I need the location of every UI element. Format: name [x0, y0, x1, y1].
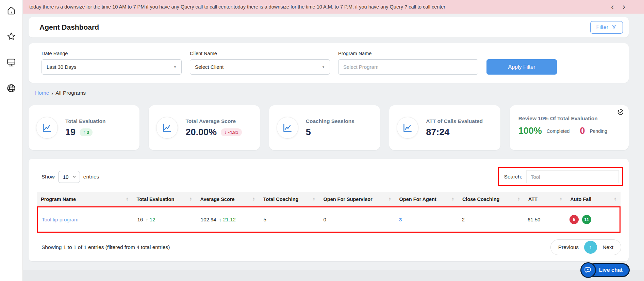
page-length-select[interactable]: 10: [58, 171, 80, 183]
previous-page-button[interactable]: Previous: [553, 244, 584, 250]
col-header-program-name[interactable]: Program Name ▲▼: [37, 192, 132, 206]
cell-delta-up: ↑ 12: [146, 217, 155, 222]
stat-value: 87:24: [426, 127, 449, 138]
star-icon[interactable]: [6, 31, 16, 42]
caret-down-icon: ▼: [174, 65, 177, 69]
chevron-down-icon: [72, 174, 76, 180]
sort-icon[interactable]: ▲▼: [517, 197, 520, 202]
pagination: Previous 1 Next: [550, 239, 621, 255]
search-input[interactable]: [526, 170, 619, 183]
program-link[interactable]: Tool tip program: [42, 217, 79, 222]
cell-auto-fail: 5 11: [565, 207, 620, 232]
col-label: Average Score: [200, 197, 234, 202]
cell-open-for-supervisor: 0: [319, 207, 395, 232]
stat-card-total-average-score: Total Average Score 20.00% ↓-4.81: [149, 105, 260, 150]
stat-card-review: Review 10% Of Total Evaluation 100% Comp…: [510, 105, 629, 150]
stat-card-coaching-sessions: Coaching Sessions 5: [269, 105, 380, 150]
stat-label: ATT of Calls Evaluated: [426, 118, 483, 124]
banner-prev-icon[interactable]: ‹: [611, 3, 614, 10]
table-footer: Showing 1 to 1 of 1 entries (filtered fr…: [37, 239, 623, 255]
col-header-att[interactable]: ATT ▲▼: [524, 192, 566, 206]
sort-icon[interactable]: ▲▼: [252, 197, 255, 202]
col-label: Open For Agent: [399, 197, 436, 202]
delta-value: -4.81: [228, 130, 238, 135]
sort-icon[interactable]: ▲▼: [126, 197, 128, 202]
banner-next-icon[interactable]: ›: [623, 3, 625, 10]
col-header-total-evaluation[interactable]: Total Evaluation ▲▼: [132, 192, 196, 206]
funnel-icon: [611, 24, 617, 31]
sort-icon[interactable]: ▲▼: [614, 197, 616, 202]
programs-table: Program Name ▲▼ Total Evaluation ▲▼ Aver…: [37, 192, 621, 233]
delta-value: 3: [87, 130, 89, 135]
program-input[interactable]: [343, 64, 473, 70]
bottom-strip: [23, 270, 644, 281]
col-header-total-coaching[interactable]: Total Coaching ▲▼: [259, 192, 319, 206]
auto-fail-green-badge[interactable]: 11: [582, 215, 591, 224]
showing-entries-text: Showing 1 to 1 of 1 entries (filtered fr…: [42, 244, 170, 250]
cell-open-for-agent: 3: [395, 207, 458, 232]
sidebar: [0, 0, 23, 281]
stat-value: 20.00%: [185, 127, 217, 138]
monitor-icon[interactable]: [6, 57, 16, 67]
program-name-label: Program Name: [338, 51, 478, 56]
auto-fail-red-badge[interactable]: 5: [569, 215, 579, 224]
search-annotation-box: Search:: [498, 167, 623, 186]
next-page-button[interactable]: Next: [597, 244, 619, 250]
table-row: Tool tip program 16 ↑ 12 102.94 ↑ 21.12 …: [37, 206, 621, 233]
table-header-row: Program Name ▲▼ Total Evaluation ▲▼ Aver…: [37, 192, 621, 206]
cell-att: 61:50: [524, 207, 565, 232]
main-content: Agent Dashboard Filter Date Range Last 3…: [23, 14, 644, 281]
stat-label: Review 10% Of Total Evaluation: [518, 115, 622, 122]
cell-value: 5: [263, 217, 266, 222]
col-header-auto-fail[interactable]: Auto Fail ▲▼: [566, 192, 621, 206]
breadcrumb-home-link[interactable]: Home: [35, 90, 49, 96]
show-entries-group: Show 10 entries: [42, 171, 99, 183]
col-header-open-for-agent[interactable]: Open For Agent ▲▼: [395, 192, 458, 206]
breadcrumb: Home › All Programs: [35, 90, 644, 96]
cell-total-coaching: 5: [259, 207, 319, 232]
cell-value: 102.94: [201, 217, 216, 222]
col-label: Total Evaluation: [136, 197, 174, 202]
review-percent: 100%: [518, 126, 542, 136]
page-number-button[interactable]: 1: [584, 241, 597, 254]
cell-average-score: 102.94 ↑ 21.12: [197, 207, 260, 232]
program-name-field: Program Name: [338, 51, 478, 75]
stat-card-att-of-calls: ATT of Calls Evaluated 87:24: [389, 105, 500, 150]
col-header-close-coaching[interactable]: Close Coaching ▲▼: [458, 192, 524, 206]
announcement-banner: today there is a downsize for the time 1…: [23, 0, 644, 14]
sort-icon[interactable]: ▲▼: [389, 197, 391, 202]
line-chart-icon: [397, 117, 418, 139]
arrow-up-icon: ↑: [146, 217, 148, 222]
apply-filter-button[interactable]: Apply Filter: [486, 59, 557, 75]
page-header: Agent Dashboard Filter: [29, 17, 629, 37]
arrow-up-icon: ↑: [83, 130, 85, 135]
pending-value: 0: [580, 126, 585, 136]
cell-close-coaching: 2: [458, 207, 524, 232]
globe-icon[interactable]: [6, 83, 16, 93]
client-select[interactable]: Select Client ▼: [190, 59, 330, 75]
filter-button[interactable]: Filter: [590, 21, 623, 34]
live-chat-widget[interactable]: Live chat: [580, 262, 630, 278]
sort-icon[interactable]: ▲▼: [451, 197, 454, 202]
date-range-select[interactable]: Last 30 Days ▼: [42, 59, 182, 75]
sort-icon[interactable]: ▲▼: [560, 197, 562, 202]
clock-check-icon[interactable]: [617, 109, 624, 115]
sort-icon[interactable]: ▲▼: [189, 197, 192, 202]
cell-value: 0: [324, 217, 326, 222]
cell-value: 2: [462, 217, 465, 222]
cell-value: 16: [137, 217, 143, 222]
col-header-average-score[interactable]: Average Score ▲▼: [196, 192, 259, 206]
cell-total-evaluation: 16 ↑ 12: [133, 207, 196, 232]
client-select-value: Select Client: [195, 64, 224, 70]
col-label: Total Coaching: [263, 197, 299, 202]
sort-icon[interactable]: ▲▼: [313, 197, 315, 202]
col-header-open-for-supervisor[interactable]: Open For Supervisor ▲▼: [319, 192, 395, 206]
program-input-wrap: [338, 59, 478, 75]
home-icon[interactable]: [6, 5, 16, 16]
programs-table-card: Show 10 entries Search:: [29, 159, 629, 261]
delta-badge: ↑3: [80, 128, 93, 136]
pending-label: Pending: [590, 128, 607, 134]
open-for-agent-link[interactable]: 3: [399, 217, 402, 222]
col-label: Close Coaching: [462, 197, 500, 202]
arrow-up-icon: ↑: [219, 217, 222, 222]
